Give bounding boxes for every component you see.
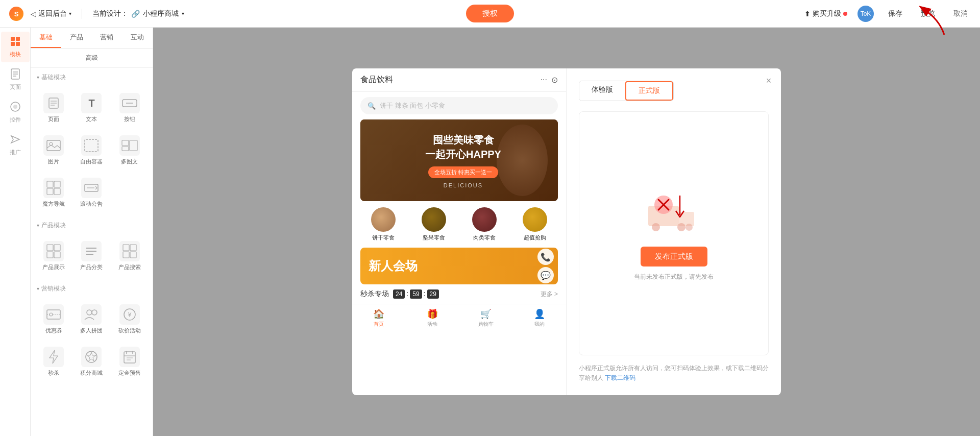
section-marketing: 营销模块 xyxy=(31,279,153,296)
module-free-container[interactable]: 自由容器 xyxy=(75,131,108,169)
search-placeholder: 饼干 辣条 面包 小零食 xyxy=(380,101,445,110)
home-nav-label: 首页 xyxy=(374,321,384,328)
publish-button[interactable]: 发布正式版 xyxy=(641,247,707,267)
svg-rect-31 xyxy=(47,245,53,251)
sidebar-item-template[interactable]: 模块 xyxy=(1,32,30,62)
tab-product[interactable]: 产品 xyxy=(61,28,92,48)
magic-nav-module-icon xyxy=(43,178,64,198)
svg-point-47 xyxy=(92,310,97,315)
phone-preview-panel: 食品饮料 ··· ⊙ 🔍 饼干 辣条 面包 小零食 xyxy=(352,68,567,395)
module-flash-sale[interactable]: 秒杀 xyxy=(37,343,70,381)
countdown: 24 : 59 : 29 xyxy=(393,289,439,299)
svg-rect-27 xyxy=(47,188,53,195)
tab-trial[interactable]: 体验版 xyxy=(579,81,625,101)
svg-rect-38 xyxy=(123,245,129,251)
svg-rect-2 xyxy=(11,37,15,41)
phone-btn[interactable]: 📞 xyxy=(537,249,554,265)
preview-tip: 当前未发布正式版，请先发布 xyxy=(634,273,714,281)
presale-icon xyxy=(119,347,140,367)
tab-official[interactable]: 正式版 xyxy=(625,81,673,101)
module-text-label: 文本 xyxy=(86,115,97,123)
target-icon[interactable]: ⊙ xyxy=(551,75,558,85)
seckill-more[interactable]: 更多 > xyxy=(541,290,558,299)
module-multi-image[interactable]: 多图文 xyxy=(113,131,146,169)
module-page[interactable]: 页面 xyxy=(37,89,70,127)
points-icon xyxy=(81,347,102,367)
module-coupon[interactable]: 优惠券 xyxy=(37,300,70,338)
module-product-display[interactable]: 产品展示 xyxy=(37,237,70,275)
save-button[interactable]: 保存 xyxy=(884,7,906,20)
module-points[interactable]: 积分商城 xyxy=(75,343,108,381)
template-icon xyxy=(10,36,21,50)
sidebar-item-page[interactable]: 页面 xyxy=(1,64,30,95)
bottom-nav-home[interactable]: 🏠 首页 xyxy=(352,308,406,328)
cat-nut-icon xyxy=(422,207,446,232)
svg-rect-34 xyxy=(54,252,60,258)
module-group-buy[interactable]: 多人拼团 xyxy=(75,300,108,338)
bottom-nav-cart[interactable]: 🛒 购物车 xyxy=(459,308,513,328)
module-text[interactable]: T 文本 xyxy=(75,89,108,127)
module-discount[interactable]: ¥ 砍价活动 xyxy=(113,300,146,338)
svg-point-61 xyxy=(652,223,660,231)
tab-marketing[interactable]: 营销 xyxy=(92,28,122,48)
section-basic: 基础模块 xyxy=(31,68,153,85)
svg-rect-25 xyxy=(47,181,53,187)
banner-subtitle: DELICIOUS xyxy=(425,182,501,188)
preview-right-panel: 体验版 正式版 xyxy=(567,68,781,395)
cat-deal[interactable]: 超值抢购 xyxy=(511,207,558,241)
sidebar-item-promote[interactable]: 推广 xyxy=(1,130,30,160)
download-qrcode-link[interactable]: 下载二维码 xyxy=(605,374,635,381)
product-search-icon xyxy=(119,241,140,261)
tab-basic[interactable]: 基础 xyxy=(31,28,61,48)
phone-search-bar[interactable]: 🔍 饼干 辣条 面包 小零食 xyxy=(360,97,558,114)
module-coupon-label: 优惠券 xyxy=(45,327,62,334)
cat-meat-icon xyxy=(472,207,497,232)
cat-biscuit[interactable]: 饼干零食 xyxy=(360,207,407,241)
nav-right: ⬆ 购买升级 ToK 保存 预览 取消 xyxy=(804,6,972,22)
countdown-hours: 24 xyxy=(393,289,405,299)
sub-tab-bar: 高级 xyxy=(31,49,153,68)
bottom-nav-mine[interactable]: 👤 我的 xyxy=(512,308,566,328)
preview-button[interactable]: 预览 xyxy=(917,7,939,20)
cancel-button[interactable]: 取消 xyxy=(949,7,972,20)
chat-btn[interactable]: 💬 xyxy=(537,267,554,283)
back-button[interactable]: ◁ 返回后台 ▾ xyxy=(31,9,71,18)
svg-rect-53 xyxy=(124,352,135,363)
auth-button[interactable]: 授权 xyxy=(466,5,514,22)
sidebar-item-control[interactable]: 控件 xyxy=(1,97,30,128)
user-avatar[interactable]: ToK xyxy=(857,6,874,22)
phone-banner2: 新人会场 📞 💬 xyxy=(360,248,558,284)
svg-rect-40 xyxy=(123,252,129,258)
upgrade-button[interactable]: ⬆ 购买升级 xyxy=(804,9,847,18)
bottom-nav-activity[interactable]: 🎁 活动 xyxy=(406,308,459,328)
cat-meat-label: 肉类零食 xyxy=(473,234,496,241)
module-presale-label: 定金预售 xyxy=(118,369,141,377)
module-presale[interactable]: 定金预售 xyxy=(113,343,146,381)
module-product-search[interactable]: 产品搜索 xyxy=(113,237,146,275)
dialog-close-button[interactable]: × xyxy=(763,75,775,87)
main-layout: 模块 页面 控件 推广 基础 产品 营销 互动 xyxy=(0,28,980,436)
back-chevron-icon: ▾ xyxy=(69,11,71,16)
cat-meat[interactable]: 肉类零食 xyxy=(461,207,508,241)
control-label: 控件 xyxy=(10,116,21,124)
svg-rect-26 xyxy=(54,181,60,187)
sub-tab-advanced[interactable]: 高级 xyxy=(81,52,103,64)
module-multi-image-label: 多图文 xyxy=(121,158,138,165)
countdown-minutes: 59 xyxy=(410,289,422,299)
module-magic-nav[interactable]: 魔方导航 xyxy=(37,174,70,212)
more-icon[interactable]: ··· xyxy=(541,75,547,85)
tab-interaction[interactable]: 互动 xyxy=(122,28,153,48)
module-scroll-notice[interactable]: 滚动公告 xyxy=(75,174,108,212)
button-module-icon xyxy=(119,93,140,113)
activity-nav-icon: 🎁 xyxy=(427,308,438,320)
store-name: 小程序商城 xyxy=(143,9,179,18)
cat-nut[interactable]: 坚果零食 xyxy=(411,207,457,241)
module-tab-bar: 基础 产品 营销 互动 xyxy=(31,28,153,49)
activity-nav-label: 活动 xyxy=(427,321,437,328)
module-image[interactable]: 图片 xyxy=(37,131,70,169)
preview-footer: 小程序正式版允许所有人访问，您可扫码体验上效果，或下载二维码分享给别人 下载二维… xyxy=(579,364,769,383)
module-product-category[interactable]: 产品分类 xyxy=(75,237,108,275)
flash-sale-icon xyxy=(43,347,64,367)
module-button[interactable]: 按钮 xyxy=(113,89,146,127)
svg-rect-41 xyxy=(130,252,136,258)
